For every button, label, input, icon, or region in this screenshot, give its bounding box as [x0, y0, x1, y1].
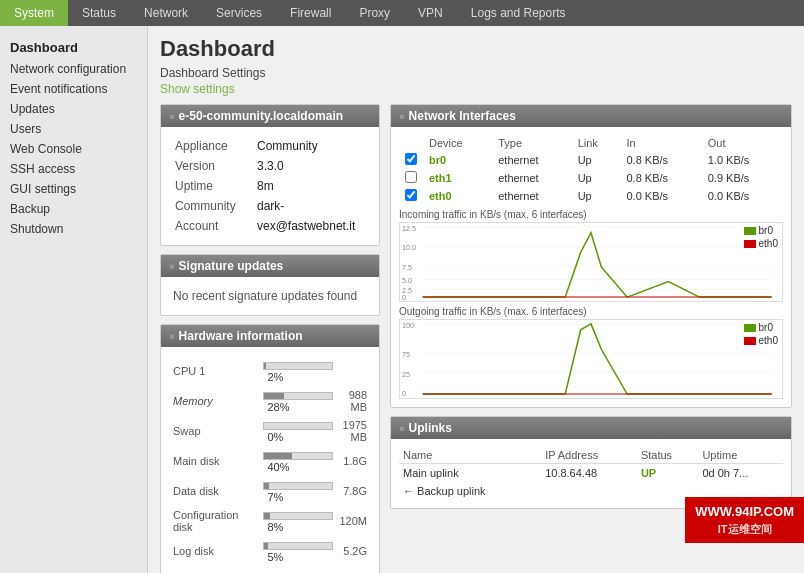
- sidebar-title: Dashboard: [0, 34, 147, 59]
- table-row: eth0 ethernet Up 0.0 KB/s 0.0 KB/s: [399, 187, 783, 205]
- watermark-line2: IT运维空间: [695, 522, 794, 537]
- sidebar-item-gui-settings[interactable]: GUI settings: [0, 179, 147, 199]
- table-row: Memory 28% 988 MB: [171, 387, 369, 415]
- nav-services[interactable]: Services: [202, 0, 276, 26]
- left-column: » e-50-community.localdomain Appliance C…: [160, 104, 380, 573]
- hw-row-bar: 40%: [261, 447, 335, 475]
- net-in: 0.8 KB/s: [620, 151, 701, 169]
- net-checkbox[interactable]: [405, 189, 417, 201]
- outgoing-chart-svg: 100 75 25 0: [400, 320, 782, 398]
- uptime-label: Uptime: [171, 177, 251, 195]
- page-title: Dashboard: [160, 36, 792, 62]
- uplink-status: UP: [637, 464, 699, 483]
- net-device[interactable]: br0: [423, 151, 492, 169]
- nav-system[interactable]: System: [0, 0, 68, 26]
- net-checkbox[interactable]: [405, 171, 417, 183]
- th-ip: IP Address: [541, 447, 637, 464]
- sidebar-item-event-notifications[interactable]: Event notifications: [0, 79, 147, 99]
- main-layout: Dashboard Network configuration Event no…: [0, 26, 804, 573]
- sidebar-item-users[interactable]: Users: [0, 119, 147, 139]
- sidebar-item-network-config[interactable]: Network configuration: [0, 59, 147, 79]
- legend-br0-label: br0: [759, 225, 773, 236]
- th-in: In: [620, 135, 701, 151]
- uplinks-panel-header: » Uplinks: [391, 417, 791, 439]
- watermark-line1: WWW.94IP.COM: [695, 503, 794, 521]
- show-settings-link[interactable]: Show settings: [160, 82, 235, 96]
- sidebar-item-backup[interactable]: Backup: [0, 199, 147, 219]
- net-checkbox[interactable]: [405, 153, 417, 165]
- hw-row-extra: 988 MB: [337, 387, 369, 415]
- net-checkbox-cell[interactable]: [399, 151, 423, 169]
- th-link: Link: [572, 135, 621, 151]
- table-row: Appliance Community: [171, 137, 369, 155]
- outgoing-legend: br0 eth0: [744, 322, 778, 346]
- table-row: Configuration disk 8% 120M: [171, 507, 369, 535]
- incoming-chart-svg: 12.5 10.0 7.5 5.0 2.5 0: [400, 223, 782, 301]
- uplink-ip: 10.8.64.48: [541, 464, 637, 483]
- out-legend-br0-label: br0: [759, 322, 773, 333]
- hw-row-label: Data disk: [171, 477, 259, 505]
- net-checkbox-cell[interactable]: [399, 187, 423, 205]
- th-type: Type: [492, 135, 571, 151]
- svg-text:5.0: 5.0: [402, 278, 412, 285]
- net-device[interactable]: eth0: [423, 187, 492, 205]
- community-value: dark-: [253, 197, 369, 215]
- outgoing-traffic-label: Outgoing traffic in KB/s (max. 6 interfa…: [399, 306, 783, 317]
- out-legend-br0: br0: [744, 322, 778, 333]
- nav-logs[interactable]: Logs and Reports: [457, 0, 580, 26]
- network-panel-header: » Network Interfaces: [391, 105, 791, 127]
- hw-row-value: 5%: [267, 551, 283, 563]
- out-legend-eth0-label: eth0: [759, 335, 778, 346]
- sidebar-item-shutdown[interactable]: Shutdown: [0, 219, 147, 239]
- hardware-panel-header: » Hardware information: [161, 325, 379, 347]
- network-panel-title: Network Interfaces: [409, 109, 516, 123]
- signature-panel: » Signature updates No recent signature …: [160, 254, 380, 316]
- net-type: ethernet: [492, 151, 571, 169]
- appliance-panel-header: » e-50-community.localdomain: [161, 105, 379, 127]
- net-type: ethernet: [492, 187, 571, 205]
- net-checkbox-cell[interactable]: [399, 169, 423, 187]
- uplinks-header-row: Name IP Address Status Uptime: [399, 447, 783, 464]
- nav-status[interactable]: Status: [68, 0, 130, 26]
- hw-row-bar: 2%: [261, 357, 335, 385]
- sidebar-item-web-console[interactable]: Web Console: [0, 139, 147, 159]
- sidebar: Dashboard Network configuration Event no…: [0, 26, 148, 573]
- appliance-info-table: Appliance Community Version 3.3.0 Uptime…: [169, 135, 371, 237]
- legend-eth0: eth0: [744, 238, 778, 249]
- sidebar-item-ssh-access[interactable]: SSH access: [0, 159, 147, 179]
- out-legend-eth0-box: [744, 337, 756, 345]
- th-checkbox: [399, 135, 423, 151]
- th-status: Status: [637, 447, 699, 464]
- table-row: Uptime 8m: [171, 177, 369, 195]
- net-in: 0.0 KB/s: [620, 187, 701, 205]
- nav-proxy[interactable]: Proxy: [345, 0, 404, 26]
- hw-row-bar: 7%: [261, 477, 335, 505]
- arrow-icon: »: [399, 111, 405, 122]
- uptime-value: 8m: [253, 177, 369, 195]
- table-row: Swap 0% 1975 MB: [171, 417, 369, 445]
- hw-row-extra: 1.8G: [337, 447, 369, 475]
- sidebar-item-updates[interactable]: Updates: [0, 99, 147, 119]
- hw-row-label: Swap: [171, 417, 259, 445]
- table-row: Community dark-: [171, 197, 369, 215]
- nav-vpn[interactable]: VPN: [404, 0, 457, 26]
- net-device[interactable]: eth1: [423, 169, 492, 187]
- hw-row-extra: 5.2G: [337, 537, 369, 565]
- net-link: Up: [572, 187, 621, 205]
- hw-row-value: 0%: [267, 431, 283, 443]
- hw-row-label: Main disk: [171, 447, 259, 475]
- svg-text:12.5: 12.5: [402, 225, 416, 232]
- hw-row-label: Configuration disk: [171, 507, 259, 535]
- svg-text:25: 25: [402, 371, 410, 378]
- hardware-panel-title: Hardware information: [179, 329, 303, 343]
- out-legend-eth0: eth0: [744, 335, 778, 346]
- legend-br0: br0: [744, 225, 778, 236]
- hw-row-value: 7%: [267, 491, 283, 503]
- nav-network[interactable]: Network: [130, 0, 202, 26]
- hw-row-extra: 1975 MB: [337, 417, 369, 445]
- table-header-row: Device Type Link In Out: [399, 135, 783, 151]
- hw-row-bar: 0%: [261, 417, 335, 445]
- network-panel-body: Device Type Link In Out br0 ethernet Up: [391, 127, 791, 407]
- hw-row-bar: 28%: [261, 387, 335, 415]
- nav-firewall[interactable]: Firewall: [276, 0, 345, 26]
